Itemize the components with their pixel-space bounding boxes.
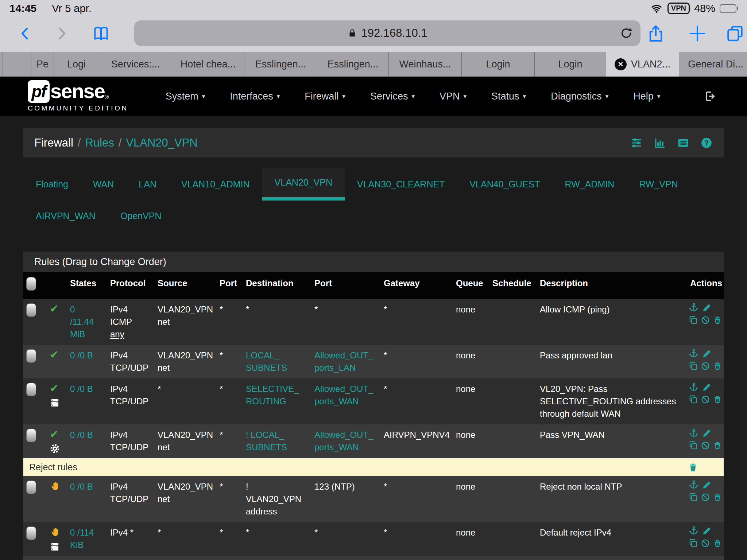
breadcrumb-rules-link[interactable]: Rules	[85, 136, 114, 149]
table-list-icon[interactable]	[677, 137, 689, 149]
browser-tab[interactable]	[3, 52, 15, 77]
delete-icon[interactable]	[713, 394, 722, 405]
delete-separator-icon[interactable]	[688, 462, 698, 472]
browser-tab[interactable]: General Di...	[679, 52, 747, 77]
states-link[interactable]: 0 /11.44 MiB	[67, 299, 107, 345]
states-link[interactable]: 0 /0 B	[67, 424, 107, 458]
states-link[interactable]: 0 /114 KiB	[67, 522, 107, 556]
disable-icon[interactable]	[701, 538, 710, 548]
menu-help[interactable]: Help▾	[621, 91, 673, 102]
tab-vlan40-guest[interactable]: VLAN40_GUEST	[457, 168, 552, 201]
browser-tab[interactable]: Pe	[31, 52, 54, 77]
copy-icon[interactable]	[689, 538, 698, 548]
row-checkbox[interactable]	[26, 526, 36, 540]
new-tab-button[interactable]	[688, 24, 707, 43]
pfsense-logo[interactable]: pf sense ® COMMUNITY EDITION	[28, 80, 128, 112]
anchor-icon[interactable]	[689, 428, 699, 438]
delete-icon[interactable]	[713, 440, 722, 451]
anchor-icon[interactable]	[689, 526, 699, 536]
states-link[interactable]: 0 /0 B	[67, 378, 107, 424]
alias-link[interactable]: SELECTIVE_ ROUTING	[243, 378, 311, 424]
share-button[interactable]	[646, 23, 665, 44]
tab-rw-admin[interactable]: RW_ADMIN	[553, 168, 627, 201]
disable-icon[interactable]	[701, 361, 710, 371]
anchor-icon[interactable]	[689, 382, 699, 392]
browser-tab[interactable]: Hotel chea...	[172, 52, 244, 77]
sliders-icon[interactable]	[630, 137, 643, 149]
menu-diagnostics[interactable]: Diagnostics▾	[538, 91, 621, 102]
menu-services[interactable]: Services▾	[358, 91, 427, 102]
browser-tab[interactable]	[15, 52, 31, 77]
delete-icon[interactable]	[713, 361, 722, 371]
address-bar[interactable]: 192.168.10.1	[134, 20, 640, 46]
delete-icon[interactable]	[713, 492, 722, 502]
alias-link[interactable]: Allowed_OUT_ ports_WAN	[311, 378, 381, 424]
browser-tab[interactable]: Logi	[54, 52, 99, 77]
row-checkbox[interactable]	[26, 349, 36, 363]
tab-openvpn[interactable]: OpenVPN	[108, 201, 174, 231]
edit-icon[interactable]	[701, 382, 712, 392]
tab-airvpn-wan[interactable]: AIRVPN_WAN	[23, 201, 108, 231]
browser-tab[interactable]: Login	[535, 52, 606, 77]
tab-overview-button[interactable]	[726, 24, 744, 43]
icmp-any-link[interactable]: any	[110, 328, 152, 341]
edit-icon[interactable]	[701, 349, 712, 359]
disable-icon[interactable]	[701, 315, 710, 325]
anchor-icon[interactable]	[689, 303, 699, 313]
menu-system[interactable]: System▾	[153, 91, 218, 102]
disable-icon[interactable]	[701, 394, 710, 405]
tab-vlan20-vpn[interactable]: VLAN20_VPN	[262, 168, 345, 201]
anchor-icon[interactable]	[689, 349, 699, 359]
alias-link[interactable]: Allowed_OUT_ ports_WAN	[311, 424, 381, 458]
row-checkbox[interactable]	[26, 303, 36, 317]
states-link[interactable]: 0 /0 B	[67, 476, 107, 522]
copy-icon[interactable]	[689, 394, 698, 405]
row-checkbox[interactable]	[26, 481, 36, 494]
states-link[interactable]: 0 /0 B	[67, 556, 107, 560]
tab-vlan10-admin[interactable]: VLAN10_ADMIN	[169, 168, 262, 201]
reload-button[interactable]	[619, 26, 633, 40]
anchor-icon[interactable]	[689, 480, 699, 490]
back-button[interactable]	[18, 25, 33, 42]
copy-icon[interactable]	[689, 492, 698, 502]
row-checkbox[interactable]	[26, 429, 36, 442]
edit-icon[interactable]	[701, 526, 712, 536]
disable-icon[interactable]	[701, 492, 710, 502]
tab-lan[interactable]: LAN	[126, 168, 169, 201]
browser-tab[interactable]: Weinhaus...	[389, 52, 462, 77]
forward-button[interactable]	[54, 25, 69, 42]
tab-floating[interactable]: Floating	[23, 168, 81, 201]
copy-icon[interactable]	[689, 361, 698, 371]
browser-tab-active[interactable]: × VLAN2...	[606, 52, 679, 77]
disable-icon[interactable]	[701, 440, 710, 451]
copy-icon[interactable]	[689, 315, 698, 325]
help-icon[interactable]	[700, 137, 713, 149]
select-all-checkbox[interactable]	[26, 277, 36, 291]
tab-vlan30-clearnet[interactable]: VLAN30_CLEARNET	[345, 168, 457, 201]
browser-tab[interactable]: Esslingen...	[244, 52, 317, 77]
alias-link[interactable]: ! LOCAL_ SUBNETS	[243, 424, 311, 458]
bar-chart-icon[interactable]	[654, 137, 666, 149]
states-link[interactable]: 0 /0 B	[67, 345, 107, 378]
browser-tab[interactable]	[0, 52, 3, 77]
edit-icon[interactable]	[701, 480, 712, 490]
delete-icon[interactable]	[713, 315, 722, 325]
sign-out-icon[interactable]	[704, 90, 716, 102]
edit-icon[interactable]	[701, 428, 712, 438]
menu-firewall[interactable]: Firewall▾	[292, 91, 358, 102]
bookmarks-icon[interactable]	[92, 24, 110, 43]
edit-icon[interactable]	[701, 303, 712, 313]
delete-icon[interactable]	[713, 538, 722, 548]
tab-wan[interactable]: WAN	[81, 168, 126, 201]
alias-link[interactable]: LOCAL_ SUBNETS	[243, 345, 311, 378]
browser-tab[interactable]: Login	[462, 52, 535, 77]
browser-tab[interactable]: Services:...	[99, 52, 172, 77]
menu-vpn[interactable]: VPN▾	[427, 91, 479, 102]
copy-icon[interactable]	[689, 440, 698, 451]
breadcrumb-interface[interactable]: VLAN20_VPN	[126, 136, 197, 149]
row-checkbox[interactable]	[26, 383, 36, 396]
alias-link[interactable]: Allowed_OUT_ ports_LAN	[311, 345, 381, 378]
browser-tab[interactable]: Esslingen...	[317, 52, 389, 77]
close-tab-icon[interactable]: ×	[615, 58, 627, 70]
menu-status[interactable]: Status▾	[479, 91, 538, 102]
